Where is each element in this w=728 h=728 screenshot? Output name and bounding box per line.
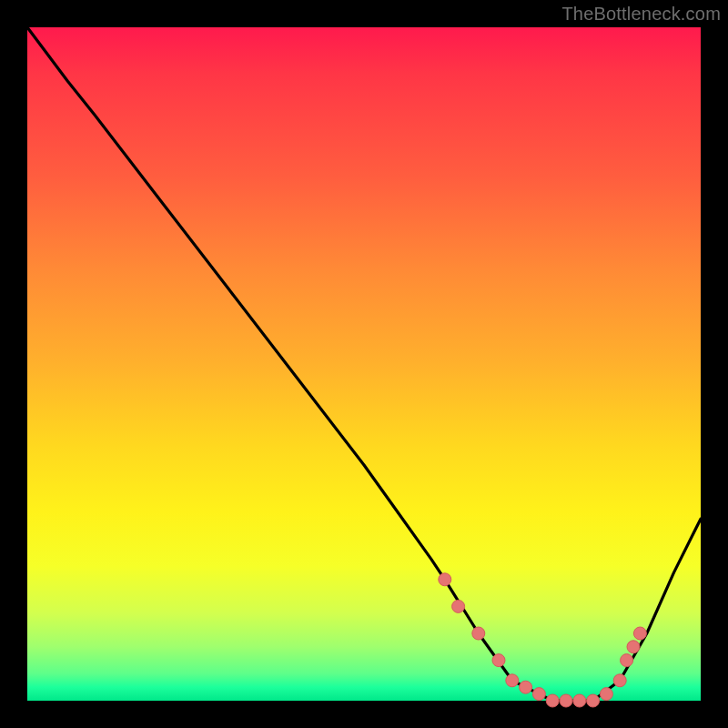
valley-marker xyxy=(520,681,532,693)
valley-marker xyxy=(532,688,545,701)
valley-marker xyxy=(546,694,559,707)
valley-marker xyxy=(452,600,465,612)
valley-marker xyxy=(573,694,586,707)
watermark-text: TheBottleneck.com xyxy=(561,4,721,25)
valley-markers xyxy=(439,573,647,707)
valley-marker xyxy=(492,654,505,667)
bottleneck-curve xyxy=(27,27,701,701)
valley-marker xyxy=(627,641,640,653)
valley-marker xyxy=(613,674,626,687)
valley-marker xyxy=(560,694,572,707)
valley-marker xyxy=(472,627,485,640)
curve-svg xyxy=(27,27,701,701)
valley-marker xyxy=(600,688,612,701)
valley-marker xyxy=(439,573,451,586)
plot-area xyxy=(27,27,701,701)
valley-marker xyxy=(621,654,633,667)
valley-marker xyxy=(506,674,519,687)
valley-marker xyxy=(587,694,600,707)
chart-frame: TheBottleneck.com xyxy=(0,0,728,728)
valley-marker xyxy=(633,627,646,640)
